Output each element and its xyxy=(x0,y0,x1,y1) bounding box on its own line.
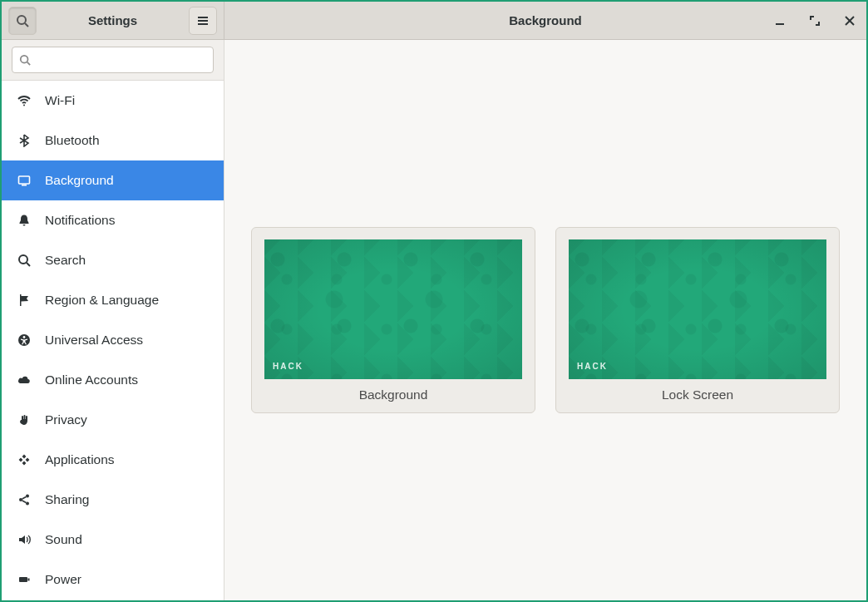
sidebar-item-label: Background xyxy=(45,173,114,188)
sidebar-item-privacy[interactable]: Privacy xyxy=(2,400,224,440)
sidebar-item-label: Online Accounts xyxy=(45,373,138,387)
bell-icon xyxy=(17,214,32,227)
wallpaper-watermark: HACK xyxy=(273,362,303,371)
svg-point-16 xyxy=(23,336,26,338)
svg-line-9 xyxy=(27,62,31,66)
sidebar-item-label: Sound xyxy=(45,532,82,547)
sidebar-item-label: Region & Language xyxy=(45,293,159,308)
svg-point-17 xyxy=(26,495,29,498)
sidebar-item-sound[interactable]: Sound xyxy=(2,520,224,560)
window-body: Wi-Fi Bluetooth xyxy=(2,40,866,600)
svg-point-19 xyxy=(26,502,29,506)
svg-rect-11 xyxy=(19,176,30,184)
titlebar-left: Settings xyxy=(2,2,224,39)
lockscreen-thumbnail: HACK xyxy=(569,239,826,379)
svg-rect-20 xyxy=(19,577,27,582)
cloud-icon xyxy=(17,373,32,387)
close-icon xyxy=(844,15,856,27)
sidebar-item-power[interactable]: Power xyxy=(2,560,224,600)
main-content: HACK Background HACK Lock Screen xyxy=(224,40,866,600)
maximize-icon xyxy=(809,15,821,27)
background-tile[interactable]: HACK Background xyxy=(251,227,535,413)
flag-icon xyxy=(17,294,32,307)
sidebar-item-region[interactable]: Region & Language xyxy=(2,280,224,320)
apps-icon xyxy=(17,453,32,466)
share-icon xyxy=(17,493,32,506)
search-bar-container xyxy=(2,40,224,81)
svg-point-8 xyxy=(21,56,28,63)
sidebar-item-label: Wi-Fi xyxy=(45,93,75,108)
sidebar-item-label: Applications xyxy=(45,452,115,467)
lockscreen-tile[interactable]: HACK Lock Screen xyxy=(555,227,840,413)
search-icon xyxy=(19,54,31,66)
sidebar-item-background[interactable]: Background xyxy=(2,160,224,200)
svg-rect-3 xyxy=(198,20,208,22)
svg-line-1 xyxy=(25,23,28,27)
search-icon xyxy=(16,14,29,27)
sidebar-item-label: Sharing xyxy=(45,492,89,507)
svg-point-10 xyxy=(23,105,25,106)
sidebar-title: Settings xyxy=(88,13,137,27)
sidebar-item-label: Privacy xyxy=(45,412,87,427)
settings-window: Settings Background xyxy=(2,2,866,600)
search-box[interactable] xyxy=(12,47,214,73)
svg-point-13 xyxy=(19,255,27,264)
power-icon xyxy=(17,573,32,586)
sidebar-item-sharing[interactable]: Sharing xyxy=(2,480,224,520)
sidebar-item-label: Bluetooth xyxy=(45,133,100,148)
svg-rect-21 xyxy=(28,579,30,581)
sidebar-nav[interactable]: Wi-Fi Bluetooth xyxy=(2,81,224,600)
sidebar-item-wifi[interactable]: Wi-Fi xyxy=(2,81,224,121)
bluetooth-icon xyxy=(17,134,32,147)
search-icon xyxy=(17,254,32,267)
window-controls xyxy=(772,2,858,39)
search-toggle-button[interactable] xyxy=(8,7,37,35)
maximize-button[interactable] xyxy=(806,12,823,29)
sound-icon xyxy=(17,533,32,546)
tile-label: Background xyxy=(359,387,428,402)
wifi-icon xyxy=(17,93,32,108)
sidebar-item-universal[interactable]: Universal Access xyxy=(2,320,224,360)
background-icon xyxy=(17,174,32,187)
titlebar-right: Background xyxy=(224,2,866,39)
sidebar-item-label: Universal Access xyxy=(45,333,143,348)
svg-point-0 xyxy=(17,16,26,24)
minimize-button[interactable] xyxy=(772,12,788,29)
sidebar-item-bluetooth[interactable]: Bluetooth xyxy=(2,121,224,160)
hand-icon xyxy=(17,413,32,427)
wallpaper-watermark: HACK xyxy=(577,362,608,371)
sidebar-item-online[interactable]: Online Accounts xyxy=(2,360,224,400)
accessibility-icon xyxy=(17,333,32,347)
sidebar-item-applications[interactable]: Applications xyxy=(2,440,224,480)
hamburger-menu-button[interactable] xyxy=(189,7,217,35)
sidebar-item-label: Power xyxy=(45,572,81,587)
titlebar: Settings Background xyxy=(2,2,866,40)
svg-rect-5 xyxy=(776,23,784,25)
close-button[interactable] xyxy=(841,12,858,29)
hamburger-icon xyxy=(197,15,209,27)
page-title: Background xyxy=(509,13,582,27)
sidebar-item-label: Search xyxy=(45,253,86,268)
svg-rect-4 xyxy=(198,23,208,25)
sidebar-item-search[interactable]: Search xyxy=(2,240,224,280)
minimize-icon xyxy=(774,15,786,27)
sidebar-item-notifications[interactable]: Notifications xyxy=(2,200,224,240)
svg-rect-12 xyxy=(22,185,27,186)
background-thumbnail: HACK xyxy=(264,239,522,379)
svg-point-18 xyxy=(19,498,22,501)
svg-rect-2 xyxy=(198,17,208,18)
svg-line-14 xyxy=(27,263,30,266)
search-input[interactable] xyxy=(36,53,206,67)
tile-label: Lock Screen xyxy=(662,387,733,402)
sidebar: Wi-Fi Bluetooth xyxy=(2,40,224,600)
sidebar-item-label: Notifications xyxy=(45,213,115,228)
